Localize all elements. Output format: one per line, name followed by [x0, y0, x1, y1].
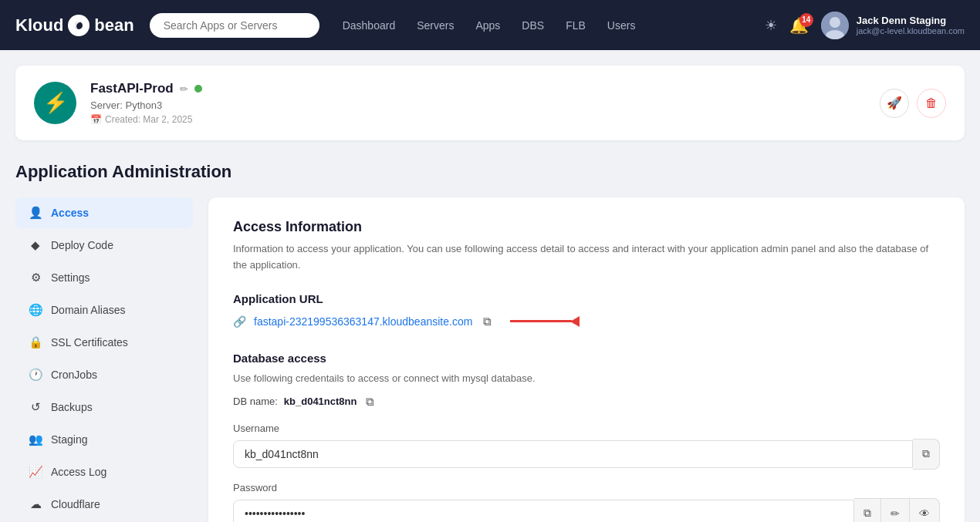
sidebar-item-cronjobs[interactable]: 🕐 CronJobs [15, 359, 193, 390]
backups-icon: ↺ [28, 400, 43, 414]
username-input[interactable] [233, 440, 913, 468]
access-log-icon: 📈 [28, 465, 43, 479]
sidebar: 👤 Access ◆ Deploy Code ⚙ Settings 🌐 Doma… [15, 197, 193, 522]
cloudflare-icon: ☁ [28, 497, 43, 511]
password-input[interactable] [233, 500, 854, 522]
page-title: Application Administration [15, 162, 965, 182]
sidebar-item-deploy-code[interactable]: ◆ Deploy Code [15, 230, 193, 261]
staging-icon: 👥 [28, 433, 43, 446]
db-name-label: DB name: [233, 396, 278, 407]
calendar-icon: 📅 [90, 114, 102, 125]
access-icon: 👤 [28, 206, 43, 220]
app-status-dot [194, 85, 202, 93]
app-created: 📅 Created: Mar 2, 2025 [90, 114, 866, 125]
deploy-app-button[interactable]: 🚀 [880, 89, 909, 118]
logo-text: Kloud [15, 15, 63, 35]
search-input[interactable] [150, 13, 319, 38]
domain-icon: 🌐 [28, 303, 43, 317]
logo-text-2: bean [94, 15, 133, 35]
notification-badge: 14 [799, 13, 813, 27]
db-name-row: DB name: kb_d041nct8nn ⧉ [233, 393, 940, 410]
db-desc: Use following credentails to access or c… [233, 372, 940, 384]
app-url-title: Application URL [233, 292, 940, 305]
sidebar-item-cloudflare[interactable]: ☁ Cloudflare [15, 489, 193, 520]
app-info: FastAPI-Prod ✏ Server: Python3 📅 Created… [90, 81, 866, 125]
cron-icon: 🕐 [28, 368, 43, 382]
avatar [821, 12, 849, 39]
logo: Kloud bean [15, 15, 134, 36]
user-name: Jack Denn Staging [857, 15, 965, 26]
db-name-value: kb_d041nct8nn [284, 396, 357, 407]
ssl-icon: 🔒 [28, 335, 43, 349]
app-url-link[interactable]: fastapi-232199536363147.kloudbeansite.co… [254, 315, 472, 328]
app-title-row: FastAPI-Prod ✏ [90, 81, 866, 96]
app-edit-icon[interactable]: ✏ [180, 83, 188, 95]
content-panel: Access Information Information to access… [208, 197, 965, 522]
copy-db-name-button[interactable]: ⧉ [363, 393, 377, 410]
url-row: 🔗 fastapi-232199536363147.kloudbeansite.… [233, 313, 940, 330]
sidebar-item-access-log[interactable]: 📈 Access Log [15, 456, 193, 487]
user-info: Jack Denn Staging jack@c-level.kloudbean… [857, 15, 965, 35]
nav-right: ☀ 🔔 14 Jack Denn Staging jack@c-level.kl… [765, 12, 965, 39]
deploy-icon: ◆ [28, 238, 43, 252]
svg-point-1 [830, 17, 840, 28]
nav-link-flb[interactable]: FLB [566, 19, 586, 32]
sidebar-item-ssl-certificates[interactable]: 🔒 SSL Certificates [15, 327, 193, 358]
app-card: ⚡ FastAPI-Prod ✏ Server: Python3 📅 Creat… [15, 66, 965, 140]
db-section-title: Database access [233, 352, 940, 365]
app-icon: ⚡ [34, 82, 76, 124]
copy-username-button[interactable]: ⧉ [913, 439, 940, 470]
nav-link-servers[interactable]: Servers [417, 19, 454, 32]
username-input-row: ⧉ [233, 439, 940, 470]
user-email: jack@c-level.kloudbean.com [857, 26, 965, 35]
copy-password-button[interactable]: ⧉ [854, 498, 881, 522]
nav-link-dashboard[interactable]: Dashboard [343, 19, 396, 32]
app-actions: 🚀 🗑 [880, 89, 946, 118]
password-input-row: ⧉ ✏ 👁 [233, 498, 940, 522]
nav-link-users[interactable]: Users [607, 19, 636, 32]
username-label: Username [233, 423, 940, 434]
navbar: Kloud bean Dashboard Servers Apps DBS FL… [0, 0, 980, 50]
sidebar-item-backups[interactable]: ↺ Backups [15, 392, 193, 423]
theme-toggle-button[interactable]: ☀ [765, 17, 777, 34]
sidebar-item-domain-aliases[interactable]: 🌐 Domain Aliases [15, 295, 193, 325]
settings-icon: ⚙ [28, 271, 43, 285]
main-content: ⚡ FastAPI-Prod ✏ Server: Python3 📅 Creat… [0, 50, 980, 522]
password-field-group: Password ⧉ ✏ 👁 [233, 482, 940, 522]
sidebar-item-staging[interactable]: 👥 Staging [15, 424, 193, 455]
access-info-title: Access Information [233, 219, 940, 235]
nav-links: Dashboard Servers Apps DBS FLB Users [343, 19, 636, 32]
sidebar-item-access[interactable]: 👤 Access [15, 197, 193, 228]
logo-icon [68, 15, 90, 36]
delete-app-button[interactable]: 🗑 [917, 89, 946, 118]
copy-url-button[interactable]: ⧉ [480, 313, 495, 330]
notifications-button[interactable]: 🔔 14 [789, 16, 809, 35]
access-info-desc: Information to access your application. … [233, 241, 940, 274]
arrow-indicator [510, 316, 580, 327]
sidebar-item-settings[interactable]: ⚙ Settings [15, 262, 193, 293]
db-access-section: Database access Use following credentail… [233, 352, 940, 522]
nav-link-dbs[interactable]: DBS [522, 19, 544, 32]
app-server: Server: Python3 [90, 99, 866, 111]
admin-layout: 👤 Access ◆ Deploy Code ⚙ Settings 🌐 Doma… [15, 197, 965, 522]
show-password-button[interactable]: 👁 [910, 498, 940, 522]
app-name: FastAPI-Prod [90, 81, 174, 96]
nav-link-apps[interactable]: Apps [475, 19, 500, 32]
password-label: Password [233, 482, 940, 493]
edit-password-button[interactable]: ✏ [881, 498, 910, 522]
link-icon: 🔗 [233, 315, 246, 328]
username-field-group: Username ⧉ [233, 423, 940, 470]
user-profile-section[interactable]: Jack Denn Staging jack@c-level.kloudbean… [821, 12, 965, 39]
